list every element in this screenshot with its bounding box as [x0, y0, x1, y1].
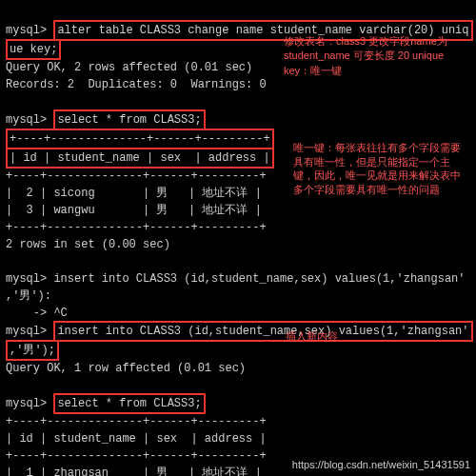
annotation-alter: 修改表名：class3 更改字段name为student_name 可变长度 2…	[284, 34, 465, 78]
query-result: Query OK, 1 row affected (0.01 sec)	[6, 362, 246, 375]
insert-command-2-cont: ,'男');	[6, 340, 59, 361]
annotation-unique-key: 唯一键：每张表往往有多个字段需要具有唯一性，但是只能指定一个主键，因此，唯一见就…	[293, 141, 465, 197]
query-result: 2 rows in set (0.00 sec)	[6, 238, 170, 251]
table-border: +----+--------------+------+---------+	[6, 415, 267, 428]
query-result: Query OK, 2 rows affected (0.01 sec)	[6, 61, 252, 74]
table-border: +----+--------------+------+---------+	[6, 169, 267, 183]
prompt: mysql>	[6, 113, 47, 127]
table-row: | 2 | sicong | 男 | 地址不详 |	[6, 187, 262, 200]
query-records: Records: 2 Duplicates: 0 Warnings: 0	[6, 78, 267, 91]
insert-command-1-cont: ,'男'):	[6, 289, 51, 303]
table-border: +----+--------------+------+---------+	[6, 129, 274, 149]
annotation-insert: 插入新内容	[286, 329, 400, 344]
prompt: mysql>	[6, 325, 47, 338]
select-command-1: select * from CLASS3;	[53, 109, 205, 130]
table-header: | id | student_name | sex | address |	[6, 432, 267, 446]
table-row: | 3 | wangwu | 男 | 地址不详 |	[6, 204, 262, 217]
alter-table-command-cont: ue key;	[6, 39, 61, 60]
table-border: +----+--------------+------+---------+	[6, 449, 267, 463]
select-command-2: select * from CLASS3;	[53, 393, 205, 414]
watermark-text: https://blog.csdn.net/weixin_51431591	[292, 457, 470, 473]
insert-command-2: insert into CLASS3 (id,student_name,sex)…	[53, 321, 472, 342]
prompt: mysql>	[6, 397, 47, 410]
table-border: +----+--------------+------+---------+	[6, 221, 267, 234]
insert-command-1: insert into CLASS3 (id,student_name,sex)…	[53, 272, 465, 286]
table-row: | 1 | zhangsan | 男 | 地址不详 |	[6, 466, 262, 476]
table-header: | id | student_name | sex | address |	[6, 148, 274, 169]
prompt: mysql>	[6, 272, 47, 286]
prompt: mysql>	[6, 24, 47, 37]
cancel-input: -> ^C	[6, 307, 68, 320]
